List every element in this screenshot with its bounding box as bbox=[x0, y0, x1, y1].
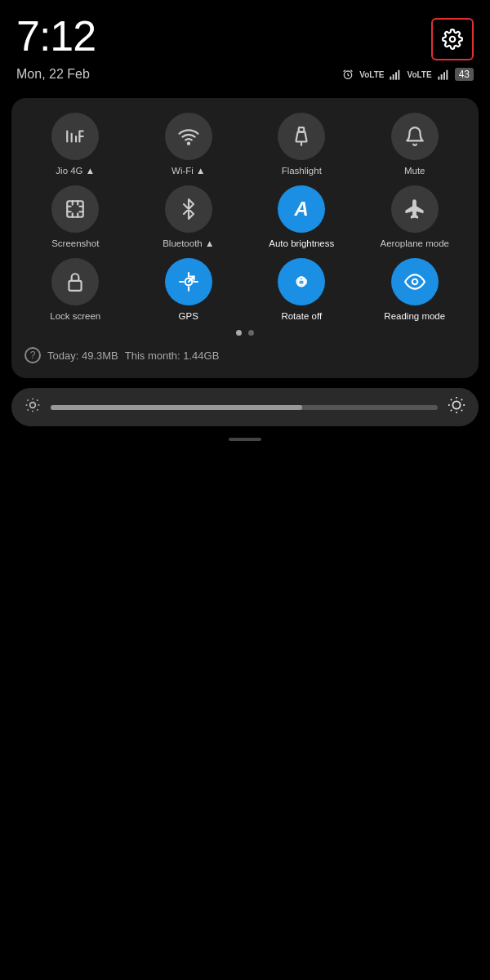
svg-rect-18 bbox=[68, 201, 84, 217]
quick-settings-panel: Jio 4G ▲ Wi-Fi ▲ bbox=[11, 98, 479, 378]
qs-readingmode[interactable]: Reading mode bbox=[361, 258, 470, 323]
svg-rect-7 bbox=[399, 70, 400, 80]
svg-rect-11 bbox=[446, 70, 448, 80]
lock-icon bbox=[65, 271, 86, 292]
qs-jio4g[interactable]: Jio 4G ▲ bbox=[21, 113, 130, 177]
clock: 7:12 bbox=[16, 15, 96, 57]
svg-line-44 bbox=[28, 410, 29, 411]
qs-lockscreen-icon-bg bbox=[51, 258, 99, 305]
qs-flashlight-label: Flashlight bbox=[282, 166, 322, 177]
qs-wifi[interactable]: Wi-Fi ▲ bbox=[135, 113, 243, 177]
date-row: Mon, 22 Feb VoLTE VoLTE 43 bbox=[0, 67, 490, 91]
svg-rect-4 bbox=[390, 77, 392, 80]
svg-line-49 bbox=[451, 399, 452, 400]
brightness-track[interactable] bbox=[51, 405, 438, 410]
svg-line-53 bbox=[451, 410, 452, 411]
qs-aeroplane[interactable]: Aeroplane mode bbox=[361, 185, 470, 250]
qs-screenshot-icon-bg bbox=[51, 185, 99, 233]
qs-aeroplane-label: Aeroplane mode bbox=[381, 238, 449, 250]
qs-rotateoff-label: Rotate off bbox=[281, 311, 322, 323]
qs-jio4g-icon-bg bbox=[51, 113, 99, 160]
svg-line-3 bbox=[351, 70, 353, 72]
brightness-fill bbox=[51, 405, 302, 410]
svg-line-40 bbox=[28, 400, 29, 401]
quick-settings-grid: Jio 4G ▲ Wi-Fi ▲ bbox=[21, 113, 469, 322]
qs-mute[interactable]: Mute bbox=[361, 113, 470, 177]
qs-lockscreen[interactable]: Lock screen bbox=[21, 258, 130, 323]
qs-gps-icon-bg bbox=[165, 258, 212, 305]
sun-bright-icon bbox=[448, 396, 466, 414]
settings-button[interactable] bbox=[431, 18, 474, 60]
svg-point-36 bbox=[412, 278, 418, 284]
dot-2 bbox=[248, 330, 254, 336]
signal1-icon bbox=[389, 68, 402, 81]
gear-icon bbox=[442, 29, 463, 50]
qs-rotateoff[interactable]: Rotate off bbox=[247, 258, 356, 323]
qs-readingmode-label: Reading mode bbox=[384, 311, 445, 323]
qs-autobrightness-label: Auto brightness bbox=[269, 238, 334, 250]
data-usage-help-icon: ? bbox=[24, 347, 41, 363]
svg-point-37 bbox=[30, 403, 36, 408]
qs-mute-icon-bg bbox=[391, 113, 439, 160]
status-icons: VoLTE VoLTE 43 bbox=[341, 68, 474, 81]
svg-rect-10 bbox=[443, 72, 445, 79]
location-icon bbox=[178, 271, 199, 292]
qs-bluetooth-label: Bluetooth ▲ bbox=[163, 238, 214, 250]
svg-point-0 bbox=[450, 37, 456, 42]
svg-rect-27 bbox=[69, 281, 82, 291]
qs-bluetooth[interactable]: Bluetooth ▲ bbox=[135, 185, 243, 250]
bell-icon bbox=[404, 126, 425, 147]
data-month: This month: 1.44GB bbox=[125, 350, 220, 362]
qs-gps-label: GPS bbox=[179, 311, 198, 323]
handle-bar bbox=[229, 438, 261, 441]
alarm-icon bbox=[341, 68, 354, 81]
brightness-bar[interactable] bbox=[11, 388, 479, 426]
status-bar: 7:12 bbox=[0, 0, 490, 67]
svg-rect-35 bbox=[299, 279, 305, 283]
svg-rect-5 bbox=[393, 74, 394, 80]
data-today: Today: 49.3MB bbox=[47, 350, 118, 362]
date: Mon, 22 Feb bbox=[16, 67, 90, 82]
svg-line-50 bbox=[461, 410, 462, 411]
qs-mute-label: Mute bbox=[404, 166, 425, 177]
brightness-high-icon bbox=[448, 396, 466, 418]
qs-jio4g-label: Jio 4G ▲ bbox=[56, 166, 95, 177]
dot-1 bbox=[236, 330, 242, 336]
qs-lockscreen-label: Lock screen bbox=[50, 311, 100, 323]
qs-autobrightness[interactable]: A Auto brightness bbox=[247, 185, 356, 250]
signal2-icon bbox=[437, 68, 450, 81]
svg-point-15 bbox=[188, 143, 189, 145]
qs-screenshot[interactable]: Screenshot bbox=[21, 185, 130, 250]
qs-rotateoff-icon-bg bbox=[278, 258, 325, 305]
qs-autobrightness-icon-bg: A bbox=[278, 185, 325, 233]
qs-aeroplane-icon-bg bbox=[391, 185, 439, 233]
svg-line-54 bbox=[461, 399, 462, 400]
qs-bluetooth-icon-bg bbox=[165, 185, 212, 233]
plane-icon bbox=[404, 198, 425, 220]
qs-screenshot-label: Screenshot bbox=[51, 238, 99, 250]
data-usage-row: ? Today: 49.3MB This month: 1.44GB bbox=[21, 344, 469, 365]
svg-line-2 bbox=[344, 70, 345, 72]
bluetooth-icon bbox=[178, 198, 199, 220]
page-dots bbox=[21, 330, 469, 336]
qs-readingmode-icon-bg bbox=[391, 258, 439, 305]
svg-rect-8 bbox=[438, 77, 439, 80]
brightness-low-icon bbox=[24, 397, 41, 417]
svg-rect-9 bbox=[440, 74, 442, 80]
qs-flashlight-icon-bg bbox=[278, 113, 325, 160]
signal-icon bbox=[65, 126, 86, 147]
qs-flashlight[interactable]: Flashlight bbox=[247, 113, 356, 177]
qs-wifi-label: Wi-Fi ▲ bbox=[172, 166, 205, 177]
qs-gps[interactable]: GPS bbox=[135, 258, 243, 323]
network2-label: VoLTE bbox=[407, 70, 431, 79]
auto-a-label: A bbox=[295, 198, 309, 220]
qs-wifi-icon-bg bbox=[165, 113, 212, 160]
battery-label: 43 bbox=[455, 68, 474, 81]
rotate-icon bbox=[291, 271, 312, 292]
flashlight-icon bbox=[291, 126, 312, 147]
svg-point-46 bbox=[452, 402, 460, 409]
scissors-icon bbox=[65, 198, 86, 220]
network1-label: VoLTE bbox=[359, 70, 384, 79]
svg-rect-6 bbox=[395, 72, 397, 79]
svg-line-41 bbox=[37, 410, 38, 411]
